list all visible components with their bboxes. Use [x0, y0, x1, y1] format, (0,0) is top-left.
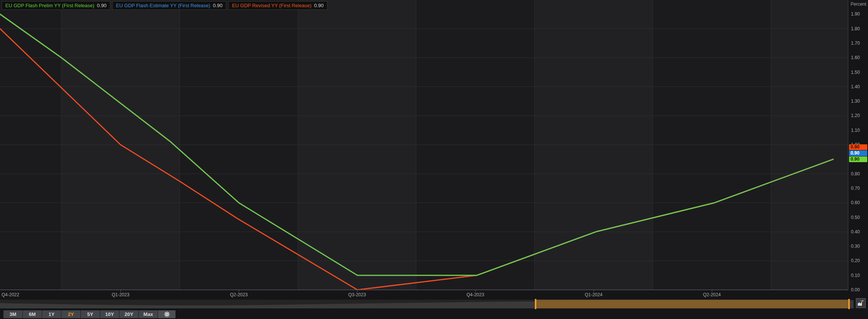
y-axis-tick-label: 1.70 [851, 41, 868, 46]
legend-series-name: EU GDP Revised YY (First Release) [232, 3, 312, 8]
x-axis-tick-label: Q1-2023 [112, 292, 130, 297]
x-axis-tick-label: Q1-2024 [585, 292, 603, 297]
range-button-max[interactable]: Max [139, 310, 158, 318]
range-button-1y[interactable]: 1Y [42, 310, 61, 318]
x-axis-tick-mark [239, 290, 239, 292]
selected-range-region[interactable] [536, 300, 849, 308]
last-value-badge: 0.90 [849, 150, 867, 156]
y-axis-tick-label: 0.10 [851, 273, 868, 278]
y-axis-tick-label: 1.80 [851, 26, 868, 31]
x-axis-tick-label: Q2-2024 [703, 292, 721, 297]
timeline-range-selector[interactable] [0, 300, 854, 308]
x-axis-tick-label: Q4-2023 [467, 292, 484, 297]
range-handle-left[interactable] [535, 299, 536, 309]
chart-settings-button[interactable] [158, 310, 176, 318]
x-axis-tick-label: Q3-2023 [348, 292, 366, 297]
range-button-6m[interactable]: 6M [23, 310, 42, 318]
y-axis-tick-label: 1.30 [851, 99, 868, 104]
chart-plot-area[interactable] [0, 0, 848, 290]
legend-series-name: EU GDP Flash Prelim YY (First Release) [5, 3, 94, 8]
legend-item-2[interactable]: EU GDP Flash Estimate YY (First Release)… [112, 1, 226, 10]
y-axis-tick-label: 1.10 [851, 128, 868, 133]
y-axis-tick-label: 0.60 [851, 200, 868, 205]
y-axis-tick-label: 0.30 [851, 244, 868, 249]
time-range-toolbar: 3M6M1Y2Y5Y10Y20YMax [3, 310, 176, 319]
x-axis-tick-mark [121, 290, 121, 292]
x-axis-tick-mark [712, 290, 712, 292]
chart-application-window: Percent 1.901.801.701.601.501.401.301.20… [0, 0, 868, 319]
legend-item-3[interactable]: EU GDP Revised YY (First Release)0.90 [228, 1, 327, 10]
last-value-badge: 0.90 [849, 156, 867, 162]
x-axis-panel[interactable]: Q4-2022Q1-2023Q2-2023Q3-2023Q4-2023Q1-20… [0, 290, 868, 299]
x-axis-tick-label: Q2-2023 [230, 292, 248, 297]
chart-restore-button[interactable] [856, 298, 866, 308]
range-selector-minichart [0, 300, 854, 308]
legend-item-1[interactable]: EU GDP Flash Prelim YY (First Release)0.… [2, 1, 110, 10]
chart-restore-icon [857, 300, 864, 306]
y-axis-tick-label: 0.80 [851, 171, 868, 177]
range-button-3m[interactable]: 3M [3, 310, 23, 318]
gear-icon [164, 311, 170, 317]
range-handle-right[interactable] [848, 299, 850, 309]
x-axis-tick-label: Q4-2022 [2, 292, 19, 297]
legend-series-value: 0.90 [314, 3, 323, 8]
legend-series-value: 0.90 [213, 3, 222, 8]
legend-series-value: 0.90 [97, 3, 107, 8]
y-axis-tick-label: 1.60 [851, 55, 868, 60]
y-axis-unit-label: Percent [851, 2, 866, 7]
y-axis-tick-label: 0.20 [851, 258, 868, 263]
range-button-10y[interactable]: 10Y [100, 310, 119, 318]
y-axis-tick-label: 0.50 [851, 215, 868, 220]
range-button-2y[interactable]: 2Y [61, 310, 81, 318]
series-legend: EU GDP Flash Prelim YY (First Release)0.… [2, 1, 327, 10]
last-value-badge: 0.90 [849, 144, 867, 150]
legend-series-name: EU GDP Flash Estimate YY (First Release) [116, 3, 210, 8]
y-axis-tick-label: 0.40 [851, 229, 868, 235]
y-axis-tick-label: 1.20 [851, 113, 868, 118]
range-button-20y[interactable]: 20Y [119, 310, 139, 318]
x-axis-tick-mark [357, 290, 357, 292]
y-axis-tick-label: 1.90 [851, 11, 868, 17]
price-chart-svg [0, 0, 848, 290]
y-axis-tick-label: 0.70 [851, 186, 868, 191]
x-axis-tick-mark [475, 290, 476, 292]
x-axis-tick-mark [594, 290, 594, 292]
y-axis-tick-label: 1.50 [851, 70, 868, 75]
y-axis-tick-label: 1.40 [851, 84, 868, 89]
range-button-5y[interactable]: 5Y [81, 310, 100, 318]
